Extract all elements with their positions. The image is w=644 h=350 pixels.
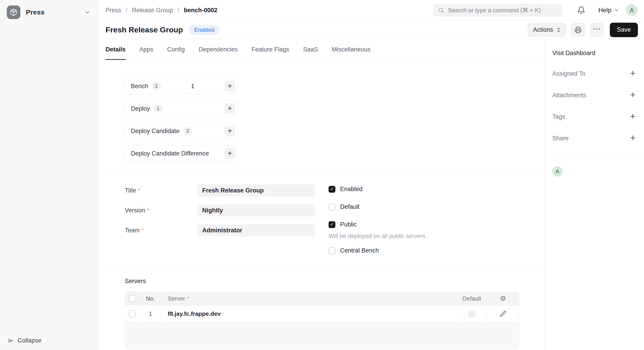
add-deploy-candidate-difference-button[interactable]: +: [224, 148, 235, 159]
required-asterisk: *: [187, 295, 189, 302]
tab-details[interactable]: Details: [106, 39, 126, 60]
row-number: 1: [140, 305, 161, 322]
tab-miscellaneous[interactable]: Miscellaneous: [332, 39, 370, 60]
breadcrumb-release-group[interactable]: Release Group: [132, 7, 173, 14]
card-label: Bench: [131, 83, 148, 90]
field-row-title: Title*: [125, 185, 316, 197]
add-attachment-button[interactable]: +: [630, 90, 636, 100]
required-asterisk: *: [142, 227, 144, 234]
title-field[interactable]: [197, 185, 316, 197]
ellipsis-icon: ···: [593, 26, 601, 34]
page-header-actions: Actions ··· Save: [528, 23, 638, 37]
help-menu[interactable]: Help: [598, 7, 619, 14]
select-all-checkbox[interactable]: [129, 295, 136, 302]
version-label: Version*: [125, 207, 197, 214]
servers-grid-header: No. Server* Default ⚙: [125, 292, 519, 305]
page-title: Fresh Release Group: [106, 25, 183, 34]
default-column-header: Default: [457, 292, 487, 305]
link-card-deploy-candidate-difference[interactable]: Deploy Candidate Difference +: [125, 146, 238, 161]
grid-settings-gear-icon[interactable]: ⚙: [500, 295, 506, 302]
save-button[interactable]: Save: [610, 23, 638, 37]
field-row-version: Version*: [125, 204, 316, 216]
enabled-checkbox-row[interactable]: Enabled: [328, 186, 426, 193]
add-tag-button[interactable]: +: [630, 112, 636, 122]
breadcrumb-separator: /: [126, 7, 128, 14]
share-label: Share: [552, 135, 568, 142]
public-checkbox-row[interactable]: Public: [328, 221, 426, 228]
enabled-checkbox[interactable]: [328, 186, 335, 193]
search-input[interactable]: Search or type a command (⌘ + K): [433, 4, 563, 17]
assigned-to-label: Assigned To: [552, 70, 586, 77]
card-label: Deploy: [131, 105, 150, 112]
more-options-button[interactable]: ···: [590, 23, 604, 37]
card-count-badge: 1: [154, 105, 162, 112]
add-bench-button[interactable]: +: [224, 81, 235, 92]
collapse-sidebar-button[interactable]: Collapse: [7, 337, 92, 344]
search-icon: [438, 7, 444, 13]
link-card-bench[interactable]: Bench 1 1 +: [125, 78, 238, 94]
actions-button[interactable]: Actions: [528, 23, 567, 37]
add-assignment-button[interactable]: +: [630, 69, 636, 79]
link-card-deploy-candidate[interactable]: Deploy Candidate 2 +: [125, 123, 238, 139]
assigned-to-row: Assigned To +: [552, 69, 636, 79]
status-badge: Enabled: [189, 25, 220, 35]
version-field[interactable]: [197, 204, 316, 216]
card-label: Deploy Candidate: [131, 128, 180, 135]
servers-section: Servers No. Server* Default ⚙ 1 f8.jay.f…: [99, 268, 545, 350]
print-button[interactable]: [571, 23, 585, 37]
collapse-icon: [8, 337, 14, 344]
linked-documents-section: Bench 1 1 + Deploy 1 + Deploy Candidate …: [99, 60, 545, 174]
row-default-checkbox[interactable]: [468, 310, 476, 317]
central-bench-checkbox[interactable]: [328, 247, 335, 254]
server-row[interactable]: 1 f8.jay.fc.frappe.dev: [125, 305, 519, 322]
share-button[interactable]: +: [630, 133, 636, 143]
tab-saas[interactable]: SaaS: [303, 39, 318, 60]
tab-apps[interactable]: Apps: [140, 39, 154, 60]
topbar-actions: Help A: [563, 4, 638, 16]
visit-dashboard-button[interactable]: Visit Dashboard: [552, 50, 636, 57]
card-label: Deploy Candidate Difference: [131, 150, 209, 157]
add-deploy-button[interactable]: +: [224, 103, 235, 114]
collapse-label: Collapse: [18, 337, 42, 344]
tab-bar: Details Apps Config Dependencies Feature…: [99, 39, 545, 60]
topbar: Press / Release Group / bench-0002 Searc…: [99, 0, 644, 21]
tags-row: Tags +: [552, 112, 636, 122]
page-header: Fresh Release Group Enabled Actions ··· …: [99, 21, 644, 39]
breadcrumb-current: bench-0002: [184, 7, 218, 14]
link-card-deploy[interactable]: Deploy 1 +: [125, 101, 238, 117]
add-deploy-candidate-button[interactable]: +: [224, 126, 235, 136]
printer-icon: [575, 27, 582, 33]
public-checkbox[interactable]: [328, 221, 335, 228]
main-column: Press / Release Group / bench-0002 Searc…: [99, 0, 644, 350]
user-avatar[interactable]: A: [626, 4, 638, 16]
tab-dependencies[interactable]: Dependencies: [198, 39, 238, 60]
required-asterisk: *: [147, 207, 149, 214]
tab-config[interactable]: Config: [167, 39, 185, 60]
press-logo: [7, 6, 20, 19]
server-name-cell[interactable]: f8.jay.fc.frappe.dev: [161, 305, 457, 322]
details-form-section: Title* Version* Team* Enabl: [99, 174, 545, 268]
unfold-icon: [556, 27, 561, 33]
team-field[interactable]: [197, 224, 316, 236]
card-open-count[interactable]: 1: [161, 83, 224, 90]
search-placeholder: Search or type a command (⌘ + K): [448, 7, 541, 14]
viewer-avatar[interactable]: A: [552, 166, 563, 177]
row-select-checkbox[interactable]: [129, 310, 136, 317]
edit-row-icon[interactable]: [500, 310, 506, 317]
chevron-down-icon: [614, 8, 619, 13]
default-checkbox[interactable]: [328, 204, 335, 210]
central-bench-checkbox-row[interactable]: Central Bench: [328, 247, 426, 254]
field-row-team: Team*: [125, 224, 316, 236]
default-checkbox-row[interactable]: Default: [328, 203, 426, 210]
app-switcher[interactable]: Press: [7, 6, 92, 19]
enabled-label: Enabled: [340, 186, 362, 193]
notifications-button[interactable]: [577, 6, 585, 14]
public-label: Public: [340, 221, 357, 228]
breadcrumb-press[interactable]: Press: [106, 7, 121, 14]
servers-section-label: Servers: [125, 278, 545, 285]
tab-feature-flags[interactable]: Feature Flags: [252, 39, 290, 60]
main-content: Details Apps Config Dependencies Feature…: [99, 39, 545, 350]
app-name: Press: [26, 9, 79, 16]
actions-label: Actions: [533, 26, 553, 33]
cube-icon: [10, 9, 18, 16]
